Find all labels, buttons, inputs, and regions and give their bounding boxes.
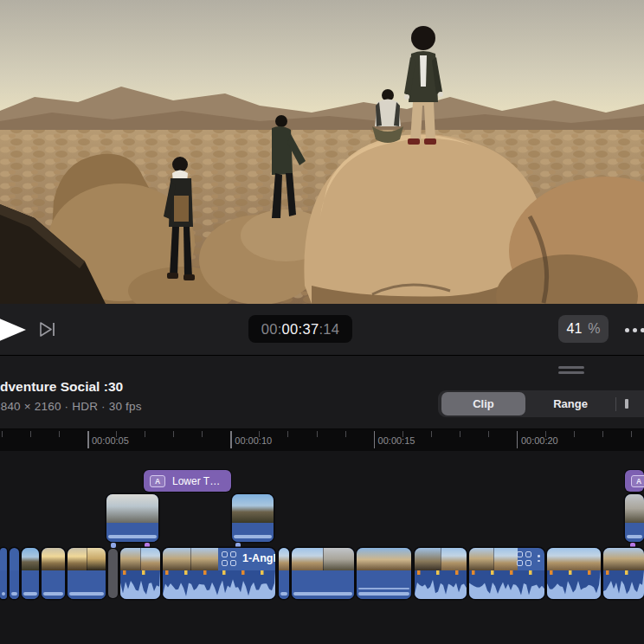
ruler-tick bbox=[431, 431, 432, 437]
mode-option-range[interactable]: Range bbox=[525, 392, 615, 415]
title-clip[interactable]: ALower T… bbox=[144, 470, 231, 492]
clip-thumbnail bbox=[323, 548, 355, 570]
timeline-clip[interactable] bbox=[292, 548, 354, 599]
play-icon[interactable] bbox=[0, 312, 29, 347]
clip-thumbnail bbox=[415, 548, 441, 570]
timeline-clip[interactable] bbox=[42, 548, 65, 599]
ruler-tick bbox=[287, 431, 288, 437]
clip-thumbnails bbox=[0, 548, 7, 570]
clip-thumbnail bbox=[279, 548, 289, 570]
clip-range-segmented-control: ClipRange bbox=[438, 390, 644, 417]
clip-body bbox=[279, 570, 289, 599]
clip-thumbnail bbox=[603, 548, 644, 570]
ruler-label: 00:00:15 bbox=[378, 435, 415, 446]
title-A-icon: A bbox=[631, 475, 644, 487]
ruler-tick bbox=[116, 431, 117, 437]
audio-waveform bbox=[163, 570, 275, 599]
audio-strip bbox=[108, 535, 157, 538]
ruler-tick bbox=[574, 431, 575, 437]
clip-thumbnail bbox=[87, 548, 106, 570]
audio-waveform bbox=[415, 570, 467, 599]
connected-clip[interactable] bbox=[625, 494, 644, 542]
zoom-level-control[interactable]: 41 % bbox=[558, 315, 609, 343]
audio-strip bbox=[2, 592, 5, 596]
connected-clip[interactable] bbox=[106, 494, 158, 542]
ruler-tick bbox=[59, 431, 60, 437]
timeline-clip[interactable] bbox=[22, 548, 39, 599]
ruler-tick bbox=[460, 431, 460, 437]
clip-body bbox=[357, 570, 411, 599]
ruler-tick bbox=[345, 431, 346, 437]
mode-option-partial bbox=[625, 399, 628, 409]
audio-strip bbox=[23, 592, 37, 596]
clip-body bbox=[68, 570, 106, 599]
timeline-clip[interactable] bbox=[415, 548, 467, 599]
audio-strip bbox=[234, 535, 272, 538]
timeline-marker[interactable] bbox=[111, 543, 116, 548]
audio-strip bbox=[69, 592, 104, 596]
preview-scene-graphic bbox=[0, 0, 644, 304]
ruler-tick bbox=[488, 431, 489, 437]
clip-thumbnails bbox=[22, 548, 39, 570]
timeline-clip[interactable] bbox=[120, 548, 160, 599]
mode-option-clip[interactable]: Clip bbox=[441, 392, 525, 415]
timeline-clip[interactable] bbox=[279, 548, 289, 599]
more-options-icon[interactable] bbox=[625, 324, 644, 336]
title-clip[interactable]: A bbox=[625, 470, 644, 492]
ruler-tick bbox=[517, 431, 518, 448]
ruler-tick bbox=[145, 431, 145, 437]
clip-thumbnail bbox=[42, 548, 65, 570]
timeline-clip[interactable] bbox=[547, 548, 601, 599]
clip-thumbnails bbox=[357, 548, 411, 570]
audio-waveform bbox=[120, 570, 160, 599]
ruler-tick bbox=[374, 431, 376, 448]
audio-waveform bbox=[603, 570, 644, 599]
multicam-dots-icon bbox=[538, 555, 540, 564]
skip-to-end-icon[interactable] bbox=[38, 321, 57, 338]
clip-thumbnail bbox=[163, 548, 190, 570]
timeline-clip[interactable] bbox=[68, 548, 106, 599]
audio-strip bbox=[627, 535, 642, 538]
clip-thumbnails bbox=[292, 548, 354, 570]
segment-divider bbox=[615, 397, 616, 411]
connected-clip[interactable] bbox=[232, 494, 274, 542]
ruler-label: 00:00:20 bbox=[521, 435, 558, 446]
timeline-ruler[interactable]: 00:00:0500:00:1000:00:1500:00:20 bbox=[0, 429, 644, 451]
clip-thumbnails bbox=[10, 548, 19, 570]
clip-thumbnail bbox=[493, 548, 518, 570]
clip-thumbnail bbox=[292, 548, 323, 570]
project-title: dventure Social :30 bbox=[0, 379, 123, 395]
audio-waveform bbox=[469, 570, 544, 599]
timecode-frames: :14 bbox=[319, 321, 339, 338]
panel-drag-handle-icon[interactable] bbox=[558, 366, 584, 377]
ruler-tick bbox=[2, 431, 3, 437]
timeline-body[interactable]: ALower T…A1-Angl… bbox=[0, 451, 644, 644]
title-clip-label: Lower T… bbox=[172, 475, 220, 487]
timeline-clip[interactable] bbox=[469, 548, 544, 599]
timeline-clip[interactable] bbox=[10, 548, 19, 599]
clip-body bbox=[292, 570, 354, 599]
clip-thumbnail bbox=[547, 548, 601, 570]
clip-thumbnail bbox=[469, 548, 493, 570]
multicam-grid-icon bbox=[517, 551, 532, 567]
timecode-display[interactable]: 00:00:37:14 bbox=[248, 315, 352, 343]
project-specs: 3840 × 2160 · HDR · 30 fps bbox=[0, 400, 142, 413]
clip-thumbnails bbox=[279, 548, 289, 570]
timeline-clip[interactable]: 1-Angl… bbox=[163, 548, 275, 599]
ruler-label: 00:00:10 bbox=[235, 435, 272, 446]
clip-thumbnail bbox=[625, 494, 644, 523]
clip-thumbnail bbox=[232, 494, 274, 523]
clip-thumbnail bbox=[140, 548, 161, 570]
zoom-percent-sign: % bbox=[588, 321, 600, 337]
timeline-clip[interactable] bbox=[603, 548, 644, 599]
timeline-clip[interactable] bbox=[0, 548, 7, 599]
clip-thumbnail bbox=[106, 494, 158, 523]
clip-thumbnails bbox=[42, 548, 65, 570]
ruler-tick bbox=[202, 431, 203, 437]
timeline-clip[interactable] bbox=[357, 548, 411, 599]
fcp-ipad-app: { "colors": { "clip_blue": "#3e61a8", "a… bbox=[0, 0, 644, 644]
ruler-tick bbox=[230, 431, 232, 448]
clip-thumbnails bbox=[68, 548, 106, 570]
gap-clip[interactable] bbox=[108, 549, 118, 598]
ruler-tick bbox=[631, 431, 632, 437]
